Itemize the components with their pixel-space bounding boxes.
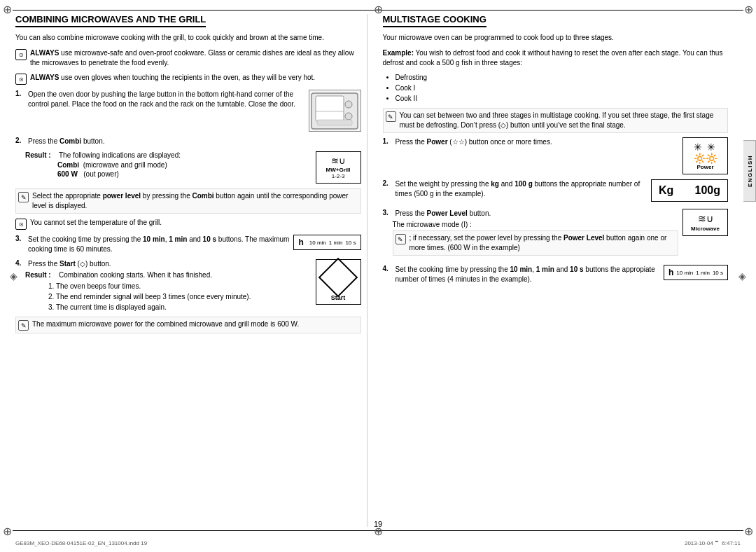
right-step4-row: 4. Set the cooking time by pressing the … [383, 265, 729, 289]
right-step1: 1. Press the Power (☆☆) button once or m… [383, 137, 679, 147]
result2-list: The oven beeps four times. The end remin… [56, 281, 310, 312]
right-step2-row: 2. Set the weight by pressing the kg and… [383, 179, 729, 204]
power-stars: ✳ ✳ [689, 142, 722, 153]
page-wrapper: ⊕ ⊕ ⊕ ⊕ ⊕ ⊕ ◈ ◈ ENGLISH 19 COMBINING MIC… [0, 0, 756, 552]
time-h-block: h [298, 237, 303, 247]
left-section-title: COMBINING MICROWAVES AND THE GRILL [15, 14, 206, 27]
result2-item-3: The current time is displayed again. [56, 302, 310, 312]
note2-text: use oven gloves when touching the recipi… [59, 74, 315, 81]
mode-label: The microwave mode (I) : [393, 221, 679, 228]
time-10min-label: 10 min [309, 240, 326, 246]
step3-num: 3. [15, 235, 25, 254]
step1-content: Open the oven door by pushing the large … [28, 90, 304, 109]
example-label: Example: [383, 49, 414, 57]
power-line: 600 W (out power) [57, 170, 312, 178]
oven-image [309, 90, 361, 132]
right-step4-content: Set the cooking time by pressing the 10 … [396, 265, 659, 284]
time-1min-label: 1 min [329, 240, 343, 246]
mwgrill-icon: ≋∪ [322, 156, 355, 166]
stages-list: Defrosting Cook I Cook II [383, 72, 729, 104]
footer-right: 2013-10-04 ᄐ 6:47:11 [685, 540, 741, 546]
gram-label: 100g [695, 184, 720, 197]
kg-label: Kg [659, 184, 673, 197]
step4-num: 4. [15, 259, 25, 269]
corner-mark-tr: ⊕ [744, 3, 753, 16]
content-area: COMBINING MICROWAVES AND THE GRILL You c… [15, 14, 741, 527]
power-flames: 🔆🔆 [689, 153, 722, 164]
mwgrill-label: MW+Grill [322, 167, 355, 173]
mode-note: ✎ ; if necessary, set the power level by… [393, 230, 679, 256]
power-display-label: Power [689, 164, 722, 170]
kg-display: Kg 100g [651, 179, 728, 202]
result-text-part: Result : The following indications are d… [25, 151, 312, 184]
right-step1-main: 1. Press the Power (☆☆) button once or m… [383, 137, 679, 152]
right-step2-main: 2. Set the weight by pressing the kg and… [383, 179, 648, 204]
power-desc: (out power) [83, 170, 119, 178]
right-time-1min-block: 1 min [696, 270, 710, 276]
stage-1: Defrosting [396, 72, 729, 83]
step1-num: 1. [15, 90, 25, 109]
step4-content: Press the Start (◇) button. [28, 259, 310, 269]
right-intro: Your microwave oven can be programmed to… [383, 33, 729, 43]
right-step1-content: Press the Power (☆☆) button once or more… [396, 137, 679, 147]
svg-point-2 [345, 101, 352, 108]
step4-main: 4. Press the Start (◇) button. Result : … [15, 259, 310, 312]
time-h-label: h [298, 237, 303, 247]
microwave-display: ≋∪ Microwave [682, 209, 728, 236]
right-step3-visual: ≋∪ Microwave [682, 209, 728, 236]
english-tab: ENGLISH [743, 140, 756, 202]
right-step3-content: Press the Power Level button. [396, 209, 679, 219]
right-step4-main: 4. Set the cooking time by pressing the … [383, 265, 659, 289]
stage-note-icon: ✎ [386, 111, 396, 122]
result-text: The following indications are displayed: [59, 151, 181, 159]
max-note-text: The maximum microwave power for the comb… [32, 319, 299, 329]
step3-row: 3. Set the cooking time by pressing the … [15, 235, 361, 254]
corner-mark-bl: ⊕ [3, 525, 12, 538]
note-box-2: ⊙ ALWAYS use oven gloves when touching t… [15, 73, 361, 85]
microwave-icon: ≋∪ [689, 213, 722, 224]
svg-rect-4 [317, 120, 352, 125]
right-section-title: MULTISTAGE COOKING [383, 14, 486, 27]
left-intro: You can also combine microwave cooking w… [15, 33, 361, 43]
right-step1-num: 1. [383, 137, 393, 147]
right-time-h-block: h [668, 268, 673, 277]
step2-content: Press the Combi button. [28, 137, 361, 146]
power-display: ✳ ✳ 🔆🔆 Power [682, 137, 728, 174]
result2-block: Result : Combination cooking starts. Whe… [25, 271, 310, 279]
cannot-note-text: You cannot set the temperature of the gr… [30, 218, 162, 228]
note-text-1: ALWAYS use microwave-safe and oven-proof… [30, 48, 361, 68]
max-note-icon: ✎ [18, 320, 29, 331]
svg-rect-1 [316, 96, 344, 121]
result-block: Result : The following indications are d… [25, 151, 361, 184]
stage-note: ✎ You can set between two and three stag… [383, 108, 729, 133]
example-para: Example: You wish to defrost food and co… [383, 48, 729, 68]
combi-desc: (microwave and grill mode) [83, 161, 167, 169]
stage-note-text: You can set between two and three stages… [400, 111, 726, 130]
select-note-text: Select the appropriate power level by pr… [32, 191, 358, 211]
mode-note-text: ; if necessary, set the power level by p… [410, 233, 676, 253]
stage-2: Cook I [396, 83, 729, 93]
right-step4-visual: h 10 min 1 min 10 s [664, 265, 728, 280]
footer: GE83M_XEO-DE68-04151E-02_EN_131004.indd … [15, 540, 741, 546]
right-step2-visual: Kg 100g [651, 179, 728, 202]
step2: 2. Press the Combi button. [15, 137, 361, 146]
step4: 4. Press the Start (◇) button. [15, 259, 310, 269]
cannot-note-box: ⊙ You cannot set the temperature of the … [15, 218, 361, 230]
note-icon-2: ⊙ [15, 74, 27, 85]
mwgrill-nums: 1-2-3 [322, 173, 355, 179]
example-text: You wish to defrost food and cook it wit… [383, 49, 723, 67]
result2-label: Result : [25, 271, 56, 279]
right-step4-num: 4. [383, 265, 393, 284]
mwgrill-display: ≋∪ MW+Grill 1-2-3 [316, 151, 361, 184]
right-step2-num: 2. [383, 179, 393, 199]
time-10min-block: 10 min [309, 240, 326, 246]
time-10s-label: 10 s [345, 240, 356, 246]
result-label: Result : [25, 151, 56, 159]
step3-visual: h 10 min 1 min 10 s [293, 235, 360, 250]
right-step3-row: 3. Press the Power Level button. The mic… [383, 209, 729, 260]
result2-item-2: The end reminder signal will beep 3 time… [56, 291, 310, 302]
note2-strong: ALWAYS [30, 74, 59, 81]
right-step3-num: 3. [383, 209, 393, 219]
result2-item-1: The oven beeps four times. [56, 281, 310, 291]
start-diamond [318, 257, 358, 297]
